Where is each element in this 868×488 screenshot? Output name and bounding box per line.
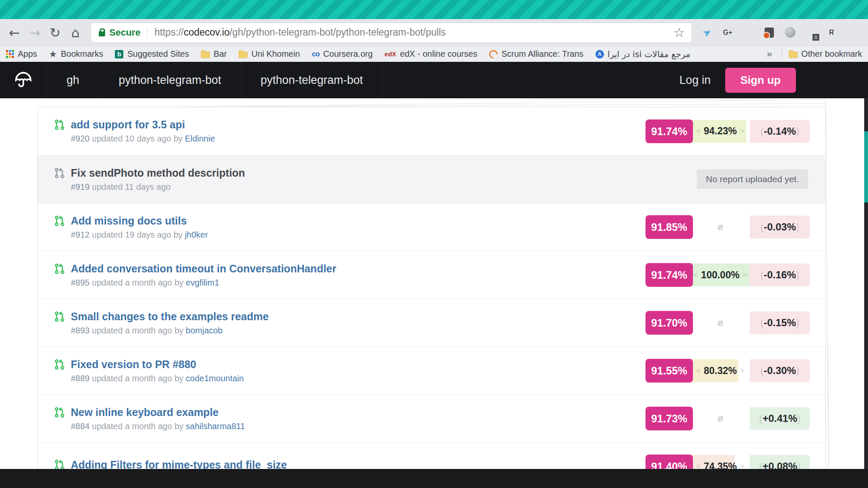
r-hexagon-icon[interactable]: R xyxy=(825,26,838,39)
coverage-change-badge[interactable]: (-0.15%) xyxy=(750,311,810,334)
bookmark-star-icon[interactable]: ☆ xyxy=(673,25,685,40)
pull-number: #895 xyxy=(71,278,90,287)
other-bookmarks-label: Other bookmark xyxy=(801,49,862,59)
coverage-change-badge[interactable]: (-0.14%) xyxy=(750,120,810,143)
coverage-badges[interactable]: 91.55% <80.32%> (-0.30%) xyxy=(645,359,810,383)
pull-request-row: New inline keyboard example #884 updated… xyxy=(38,394,825,442)
back-icon[interactable]: ← xyxy=(5,20,24,45)
pull-info: Small changes to the examples readme #89… xyxy=(54,311,645,336)
pull-request-icon xyxy=(54,263,65,274)
pull-title-link[interactable]: add support for 3.5 api xyxy=(71,119,185,131)
bookmark-item[interactable]: Scrum Alliance: Trans xyxy=(489,49,583,59)
coverage-badges[interactable]: 91.73% ø (+0.41%) xyxy=(645,407,810,430)
other-bookmarks-folder[interactable]: Other bookmark xyxy=(789,49,862,59)
office-icon[interactable] xyxy=(763,26,776,39)
diff-coverage-badge[interactable]: ø xyxy=(691,311,750,334)
pull-info: Fixed version to PR #880 #889 updated a … xyxy=(54,358,645,383)
pull-author-link[interactable]: Eldinnie xyxy=(185,134,215,143)
pull-meta: #884 updated a month ago by sahilsharma8… xyxy=(54,421,645,431)
url-text[interactable]: https://codecov.io/gh/python-telegram-bo… xyxy=(154,27,668,38)
coverage-badges[interactable]: 91.70% ø (-0.15%) xyxy=(645,311,810,335)
pull-updated-text: updated a month ago by xyxy=(92,374,184,383)
coverage-badge[interactable]: 91.85% xyxy=(645,215,693,239)
reload-icon[interactable]: ↻ xyxy=(46,20,64,45)
pull-updated-text: updated 11 days ago xyxy=(92,182,170,191)
screen-edge-teal xyxy=(864,131,868,202)
globe-icon[interactable] xyxy=(784,26,796,39)
pull-title-link: Fix sendPhoto method description xyxy=(71,167,245,179)
bookmark-item[interactable]: Aمرجع مقالات isi در ایرا xyxy=(595,49,690,59)
coverage-change-badge[interactable]: (-0.16%) xyxy=(750,263,810,286)
pull-meta: #889 updated a month ago by code1mountai… xyxy=(54,374,645,383)
nav-service[interactable]: gh xyxy=(47,62,99,98)
pull-updated-text: updated 10 days ago by xyxy=(92,134,183,143)
bookmark-label: مرجع مقالات isi در ایرا xyxy=(608,49,690,59)
coverage-badges[interactable]: 91.74% <100.00%> (-0.16%) xyxy=(645,263,810,287)
pull-request-icon xyxy=(54,215,65,227)
bookmark-item[interactable]: Apps xyxy=(6,49,37,59)
coverage-change-badge[interactable]: (-0.03%) xyxy=(750,216,810,238)
pull-title-link[interactable]: Add missing docs utils xyxy=(71,215,187,227)
pull-author-link[interactable]: bomjacob xyxy=(186,326,223,335)
coverage-badge[interactable]: 91.73% xyxy=(645,407,693,430)
coverage-badges[interactable]: 91.74% <94.23%> (-0.14%) xyxy=(645,119,810,143)
coverage-change-badge[interactable]: (+0.41%) xyxy=(750,407,810,430)
pull-author-link[interactable]: jh0ker xyxy=(185,230,208,239)
nav-spacer xyxy=(383,62,665,98)
coverage-badge[interactable]: 91.55% xyxy=(645,359,693,383)
url-path: /gh/python-telegram-bot/python-telegram-… xyxy=(230,27,446,38)
bookmark-item[interactable]: Uni Khomein xyxy=(239,49,300,59)
diff-coverage-badge[interactable]: ø xyxy=(691,216,750,238)
bookmark-item[interactable]: ★Bookmarks xyxy=(49,49,103,59)
notification-bell-icon[interactable] xyxy=(742,26,755,39)
pull-request-icon xyxy=(54,167,65,179)
star-icon: ★ xyxy=(49,49,57,59)
coverage-badge[interactable]: 91.70% xyxy=(645,311,693,335)
diff-coverage-badge[interactable]: ø xyxy=(691,407,750,430)
bookmark-item[interactable]: coCoursera.org xyxy=(312,49,373,59)
coverage-badges[interactable]: 91.85% ø (-0.03%) xyxy=(645,215,810,239)
antivirus-icon[interactable]: 0 xyxy=(804,26,817,39)
chevron-left-icon: < xyxy=(696,127,701,136)
pull-request-icon xyxy=(54,359,65,370)
bookmark-item[interactable]: bSuggested Sites xyxy=(115,49,189,59)
pull-title-link[interactable]: Small changes to the examples readme xyxy=(71,311,269,323)
coverage-badge[interactable]: 91.74% xyxy=(645,119,693,143)
bookmarks-overflow-icon[interactable]: » xyxy=(764,49,774,60)
chevron-right-icon: > xyxy=(740,127,745,136)
pull-meta: #895 updated a month ago by evgfilim1 xyxy=(54,278,645,288)
pull-title-link[interactable]: Added conversation timeout in Conversati… xyxy=(71,263,336,275)
pull-meta: #919 updated 11 days ago xyxy=(54,182,697,192)
diff-coverage-badge[interactable]: <100.00%> xyxy=(691,263,750,286)
nav-repo[interactable]: python-telegram-bot xyxy=(241,62,383,98)
pull-title-link[interactable]: Fixed version to PR #880 xyxy=(71,358,196,371)
pull-author-link[interactable]: code1mountain xyxy=(186,374,244,383)
signup-button[interactable]: Sign up xyxy=(725,68,796,93)
pull-meta: #893 updated a month ago by bomjacob xyxy=(54,326,645,336)
bookmark-label: Apps xyxy=(18,49,37,59)
coverage-badge[interactable]: 91.74% xyxy=(645,263,693,287)
pull-title-link[interactable]: New inline keyboard example xyxy=(71,406,219,419)
telegram-plane-icon[interactable]: ➤ xyxy=(701,26,713,39)
chevron-left-icon: < xyxy=(696,366,701,375)
home-icon[interactable]: ⌂ xyxy=(66,20,85,45)
pull-request-row: Small changes to the examples readme #89… xyxy=(38,299,825,347)
address-bar[interactable]: Secure https://codecov.io/gh/python-tele… xyxy=(91,22,692,43)
pull-info: Added conversation timeout in Conversati… xyxy=(54,263,645,288)
scrum-icon xyxy=(489,50,498,58)
bookmark-item[interactable]: edXedX - online courses xyxy=(384,49,477,59)
pull-request-row: Added conversation timeout in Conversati… xyxy=(38,251,825,299)
diff-coverage-badge[interactable]: <94.23%> xyxy=(691,120,750,143)
bottom-black-bar xyxy=(0,469,868,488)
google-plus-icon[interactable]: G+ xyxy=(721,26,734,39)
avatar-glasses-icon[interactable] xyxy=(846,26,859,39)
coverage-change-badge[interactable]: (-0.30%) xyxy=(750,359,810,382)
nav-owner[interactable]: python-telegram-bot xyxy=(99,62,241,98)
pull-request-icon xyxy=(54,119,65,130)
pull-author-link[interactable]: evgfilim1 xyxy=(186,278,219,287)
pull-author-link[interactable]: sahilsharma811 xyxy=(186,421,245,431)
bookmark-item[interactable]: Bar xyxy=(201,49,227,59)
login-link[interactable]: Log in xyxy=(665,62,725,98)
codecov-logo[interactable] xyxy=(0,62,47,98)
diff-coverage-badge[interactable]: <80.32%> xyxy=(691,359,750,382)
